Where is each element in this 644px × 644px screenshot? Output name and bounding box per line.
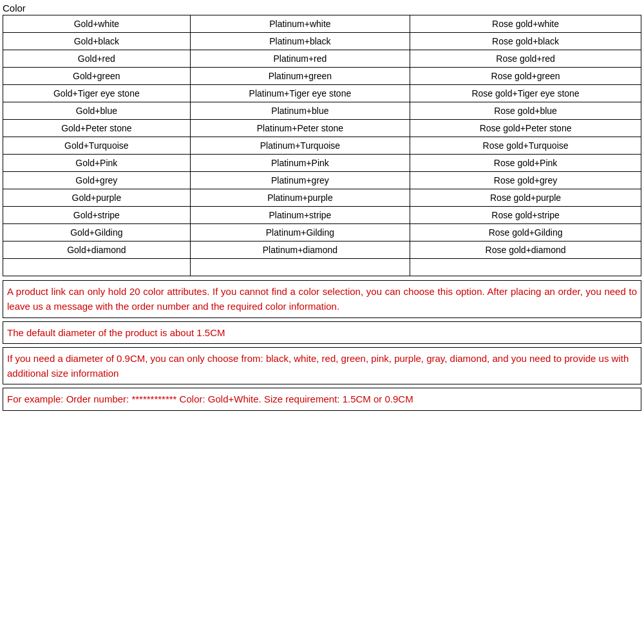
table-cell: Gold+green	[3, 68, 191, 85]
table-empty-row	[3, 259, 641, 276]
table-cell: Platinum+Tiger eye stone	[190, 85, 410, 102]
page-wrapper: Color Gold+whitePlatinum+whiteRose gold+…	[0, 0, 644, 417]
table-row: Gold+purplePlatinum+purpleRose gold+purp…	[3, 189, 641, 207]
table-cell: Gold+Gilding	[3, 224, 191, 242]
table-cell: Gold+stripe	[3, 207, 191, 224]
table-row: Gold+stripePlatinum+stripeRose gold+stri…	[3, 207, 641, 224]
table-cell: Rose gold+green	[410, 68, 641, 85]
table-cell: Platinum+grey	[190, 172, 410, 189]
table-cell: Platinum+purple	[190, 189, 410, 207]
table-row: Gold+whitePlatinum+whiteRose gold+white	[3, 15, 641, 33]
table-row: Gold+redPlatinum+redRose gold+red	[3, 50, 641, 68]
table-cell: Gold+Peter stone	[3, 120, 191, 137]
table-cell: Gold+white	[3, 15, 191, 33]
table-row: Gold+blackPlatinum+blackRose gold+black	[3, 33, 641, 50]
table-cell: Platinum+stripe	[190, 207, 410, 224]
table-cell: Rose gold+Pink	[410, 155, 641, 172]
table-row: Gold+greenPlatinum+greenRose gold+green	[3, 68, 641, 85]
color-table: Gold+whitePlatinum+whiteRose gold+whiteG…	[3, 15, 641, 276]
table-row: Gold+greyPlatinum+greyRose gold+grey	[3, 172, 641, 189]
table-cell: Platinum+Turquoise	[190, 137, 410, 155]
table-cell: Gold+purple	[3, 189, 191, 207]
table-cell: Rose gold+red	[410, 50, 641, 68]
table-cell: Platinum+Peter stone	[190, 120, 410, 137]
table-cell: Gold+red	[3, 50, 191, 68]
table-cell: Rose gold+black	[410, 33, 641, 50]
table-cell: Rose gold+Tiger eye stone	[410, 85, 641, 102]
table-cell: Gold+grey	[3, 172, 191, 189]
table-row: Gold+bluePlatinum+blueRose gold+blue	[3, 102, 641, 120]
table-cell: Gold+Turquoise	[3, 137, 191, 155]
table-row: Gold+Tiger eye stonePlatinum+Tiger eye s…	[3, 85, 641, 102]
table-row: Gold+GildingPlatinum+GildingRose gold+Gi…	[3, 224, 641, 242]
table-empty-cell	[410, 259, 641, 276]
table-row: Gold+TurquoisePlatinum+TurquoiseRose gol…	[3, 137, 641, 155]
diameter-default-notice: The default diameter of the product is a…	[3, 321, 641, 344]
table-cell: Rose gold+stripe	[410, 207, 641, 224]
table-cell: Platinum+red	[190, 50, 410, 68]
table-cell: Platinum+Pink	[190, 155, 410, 172]
table-cell: Gold+black	[3, 33, 191, 50]
table-cell: Rose gold+diamond	[410, 242, 641, 259]
section-title: Color	[3, 3, 641, 14]
table-cell: Platinum+Gilding	[190, 224, 410, 242]
table-cell: Rose gold+purple	[410, 189, 641, 207]
table-cell: Platinum+green	[190, 68, 410, 85]
table-cell: Rose gold+grey	[410, 172, 641, 189]
table-cell: Rose gold+blue	[410, 102, 641, 120]
table-cell: Platinum+diamond	[190, 242, 410, 259]
table-cell: Rose gold+white	[410, 15, 641, 33]
table-cell: Rose gold+Gilding	[410, 224, 641, 242]
table-empty-cell	[3, 259, 191, 276]
table-cell: Gold+blue	[3, 102, 191, 120]
table-cell: Gold+Tiger eye stone	[3, 85, 191, 102]
table-cell: Platinum+white	[190, 15, 410, 33]
table-cell: Rose gold+Peter stone	[410, 120, 641, 137]
example-notice: For example: Order number: ************ …	[3, 388, 641, 410]
table-row: Gold+diamondPlatinum+diamondRose gold+di…	[3, 242, 641, 259]
table-row: Gold+PinkPlatinum+PinkRose gold+Pink	[3, 155, 641, 172]
table-cell: Gold+diamond	[3, 242, 191, 259]
table-cell: Gold+Pink	[3, 155, 191, 172]
table-empty-cell	[190, 259, 410, 276]
table-cell: Platinum+blue	[190, 102, 410, 120]
diameter-09-notice: If you need a diameter of 0.9CM, you can…	[3, 347, 641, 385]
table-row: Gold+Peter stonePlatinum+Peter stoneRose…	[3, 120, 641, 137]
table-cell: Rose gold+Turquoise	[410, 137, 641, 155]
order-notice: A product link can only hold 20 color at…	[3, 280, 641, 318]
table-cell: Platinum+black	[190, 33, 410, 50]
